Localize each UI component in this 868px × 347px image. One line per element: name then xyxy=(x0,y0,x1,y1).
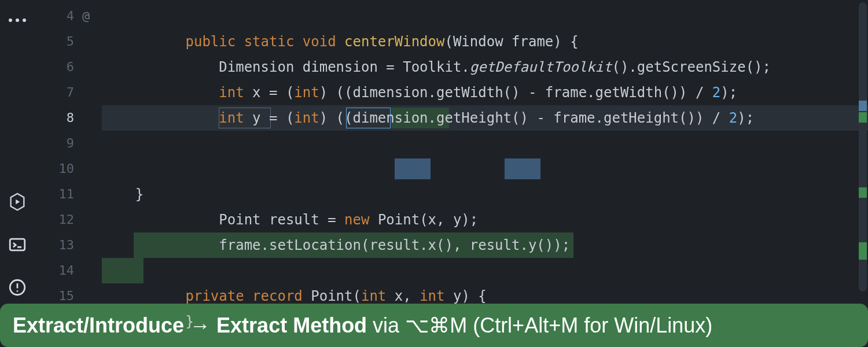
problems-icon[interactable] xyxy=(8,278,27,297)
line-number[interactable]: 9 xyxy=(35,131,82,156)
run-icon[interactable] xyxy=(8,192,27,212)
scrollbar-change-marker[interactable] xyxy=(859,242,867,260)
line-number[interactable]: 12 xyxy=(35,207,82,232)
tip-banner: Extract/Introduce → Extract Method via ⌥… xyxy=(0,304,868,347)
editor: 4 5 6 7 8 9 10 11 12 13 14 15 @ public s… xyxy=(0,0,868,304)
line-number[interactable]: 13 xyxy=(35,232,82,258)
terminal-icon[interactable] xyxy=(8,235,27,254)
line-number[interactable]: 5 xyxy=(35,29,82,54)
override-annotation[interactable]: @ xyxy=(82,3,102,29)
added-line-highlight xyxy=(102,258,144,283)
line-number[interactable]: 6 xyxy=(35,54,82,80)
line-number[interactable]: 10 xyxy=(35,156,82,182)
code-line[interactable]: } xyxy=(102,258,868,283)
code-line[interactable] xyxy=(102,131,868,156)
scrollbar[interactable] xyxy=(856,2,867,301)
scrollbar-change-marker[interactable] xyxy=(859,187,867,198)
svg-point-2 xyxy=(17,290,19,292)
scrollbar-caret-marker[interactable] xyxy=(859,101,867,111)
line-number[interactable]: 11 xyxy=(35,182,82,207)
tip-shortcut-winlinux: (Ctrl+Alt+M for Win/Linux) xyxy=(467,313,712,338)
tip-shortcut-mac: ⌥⌘M xyxy=(405,313,467,338)
code-line[interactable]: frame.setLocation(result.x(), result.y()… xyxy=(102,156,868,182)
line-number[interactable]: 4 xyxy=(35,3,82,29)
code-line[interactable]: } xyxy=(102,182,868,207)
scrollbar-change-marker[interactable] xyxy=(859,112,867,123)
line-number[interactable]: 14 xyxy=(35,258,82,283)
line-number[interactable]: 7 xyxy=(35,80,82,105)
line-number-gutter[interactable]: 4 5 6 7 8 9 10 11 12 13 14 15 xyxy=(35,0,82,304)
activity-bar xyxy=(0,0,35,304)
line-number[interactable]: 8 xyxy=(35,105,82,131)
svg-rect-0 xyxy=(10,239,25,250)
usage-highlight xyxy=(395,158,431,179)
tip-via: via xyxy=(367,313,405,338)
code-line[interactable]: public static void centerWindow(Window f… xyxy=(102,3,868,29)
usage-highlight xyxy=(505,158,540,179)
code-editor[interactable]: public static void centerWindow(Window f… xyxy=(102,0,868,304)
annotation-gutter: @ xyxy=(82,0,102,304)
more-icon[interactable] xyxy=(8,10,27,30)
